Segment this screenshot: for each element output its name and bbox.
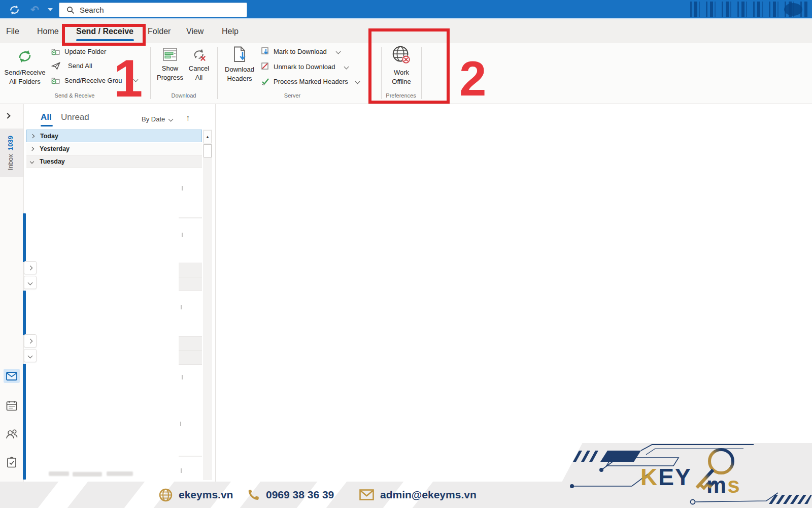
scrollbar-up-button[interactable]: ▲ (204, 130, 212, 143)
send-receive-all-folders-button[interactable]: Send/Receive All Folders (2, 47, 48, 86)
group-label-server: Server (264, 92, 321, 99)
filter-all-underline (41, 125, 53, 126)
paper-plane-icon (51, 61, 61, 70)
chevron-right-icon (5, 113, 10, 118)
process-marked-headers-button[interactable]: Process Marked Headers (261, 75, 359, 87)
redacted-mark (181, 305, 182, 309)
annotation-number-2: 2 (459, 54, 486, 103)
globe-icon (159, 488, 173, 502)
annotation-number-1: 1 (114, 52, 143, 105)
scrollbar-thumb[interactable] (204, 144, 212, 157)
expand-conversation-button[interactable] (24, 261, 37, 274)
tab-home[interactable]: Home (37, 25, 59, 38)
cancel-all-button[interactable]: Cancel All (186, 47, 212, 82)
chevron-down-icon (48, 8, 53, 11)
inbox-unread-count: 1039 (7, 136, 14, 150)
chevron-down-icon (28, 353, 33, 358)
tasks-clipboard-icon (7, 457, 17, 468)
redacted-text-remnant (49, 471, 69, 476)
filter-tab-unread[interactable]: Unread (61, 112, 89, 122)
sync-icon (8, 4, 21, 16)
unread-indicator-bar (23, 213, 26, 262)
redacted-text-remnant (107, 471, 133, 476)
redacted-mark (181, 468, 182, 473)
collapse-conversation-button[interactable] (24, 349, 37, 362)
annotation-box-2 (368, 28, 450, 104)
group-divider (217, 47, 218, 99)
collapse-conversation-button[interactable] (24, 276, 37, 289)
mark-download-icon (261, 47, 270, 56)
chevron-right-icon (30, 147, 34, 151)
chevron-down-icon (28, 280, 33, 285)
chevron-right-icon (28, 265, 33, 270)
group-row-today[interactable]: Today (26, 130, 202, 142)
redacted-preview-block (179, 336, 202, 365)
group-label-download: Download (155, 92, 212, 99)
folder-refresh-icon (51, 47, 61, 56)
mark-to-download-button[interactable]: Mark to Download (261, 45, 340, 57)
unmark-download-icon (261, 62, 270, 71)
scrollbar-track[interactable] (203, 130, 212, 480)
quick-send-receive-button[interactable] (8, 3, 21, 16)
show-progress-button[interactable]: Show Progress (155, 47, 185, 82)
send-all-button[interactable]: Send All (51, 59, 92, 72)
update-folder-button[interactable]: Update Folder (51, 45, 106, 57)
nav-mail-button[interactable] (4, 369, 20, 383)
scroll-up-icon: ▲ (206, 135, 210, 139)
barcode-blob-decoration (784, 3, 802, 16)
expand-conversation-button[interactable] (24, 334, 37, 347)
footer-website: ekeyms.vn (159, 483, 233, 506)
envelope-icon (359, 489, 374, 500)
sort-direction-button[interactable]: ↑ (186, 113, 190, 123)
cancel-sync-icon (191, 47, 207, 62)
undo-icon: ↶ (30, 4, 39, 16)
sort-by-dropdown[interactable]: By Date (142, 115, 173, 123)
customize-quick-access-button[interactable] (48, 3, 53, 16)
send-receive-groups-button[interactable]: Send/Receive Grou (51, 74, 122, 86)
reading-pane (216, 104, 812, 480)
nav-calendar-button[interactable] (4, 398, 20, 412)
search-icon (66, 6, 75, 14)
undo-button[interactable]: ↶ (30, 3, 39, 16)
redacted-text-remnant (73, 472, 102, 477)
chevron-right-icon (28, 338, 33, 343)
calendar-icon (6, 400, 17, 411)
footer-email: admin@ekeyms.vn (359, 483, 477, 506)
people-icon (6, 429, 18, 439)
download-headers-button[interactable]: Download Headers (222, 46, 257, 83)
phone-icon (247, 489, 260, 501)
folder-refresh-icon (51, 76, 61, 85)
send-receive-all-icon (15, 47, 35, 66)
search-input[interactable] (80, 6, 232, 14)
tab-folder[interactable]: Folder (148, 25, 171, 38)
unmark-to-download-button[interactable]: Unmark to Download (261, 60, 348, 73)
nav-tasks-button[interactable] (4, 455, 20, 469)
tab-file[interactable]: File (6, 25, 19, 38)
redacted-preview-block (179, 263, 202, 291)
expand-folder-pane-button[interactable] (6, 111, 16, 121)
check-mark-icon (261, 77, 270, 86)
unread-indicator-bar (23, 291, 26, 335)
redacted-mark (182, 375, 183, 379)
chevron-down-icon[interactable] (344, 64, 349, 69)
inbox-tab[interactable]: Inbox 1039 (0, 129, 23, 177)
chevron-down-icon[interactable] (355, 79, 360, 84)
key-icon (683, 443, 743, 501)
redacted-mark (182, 233, 183, 237)
chevron-down-icon (30, 160, 34, 164)
filter-tab-all[interactable]: All (41, 112, 52, 122)
redacted-mark (180, 422, 181, 426)
search-bar[interactable] (59, 3, 247, 17)
redacted-preview-line (179, 456, 202, 457)
document-download-icon (231, 46, 248, 63)
tab-help[interactable]: Help (222, 25, 239, 38)
group-row-yesterday[interactable]: Yesterday (26, 143, 202, 155)
annotation-box-1 (62, 24, 146, 46)
unread-indicator-bar (23, 364, 26, 480)
nav-people-button[interactable] (4, 427, 20, 441)
chevron-down-icon[interactable] (335, 49, 341, 54)
chevron-down-icon (168, 117, 174, 122)
group-row-tuesday[interactable]: Tuesday (26, 155, 202, 168)
tab-view[interactable]: View (186, 25, 204, 38)
footer-phone: 0969 38 36 39 (247, 483, 334, 506)
